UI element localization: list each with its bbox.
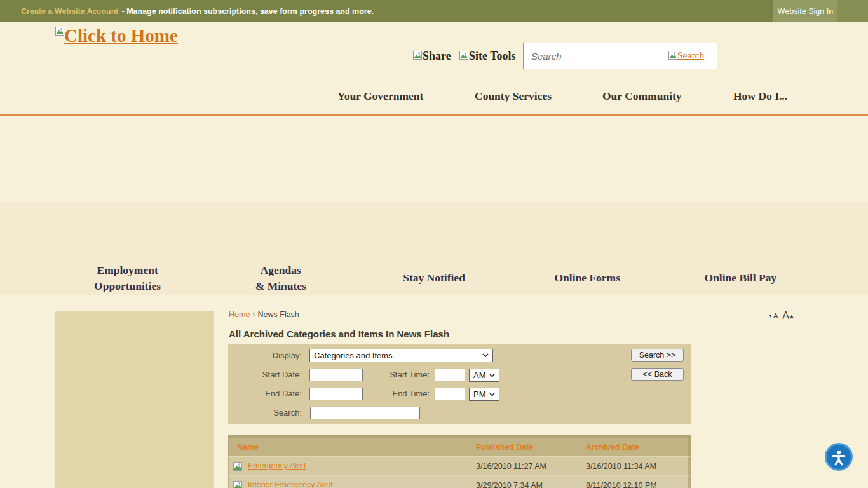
chevron-down-icon (489, 393, 495, 396)
chevron-down-icon (482, 353, 489, 358)
increase-text-size-button[interactable]: A ▲ (778, 310, 794, 322)
quicklink-agendas-minutes[interactable]: Agendas & Minutes (204, 261, 357, 295)
start-time-label: Start Time: (342, 370, 430, 379)
triangle-up-icon: ▲ (789, 313, 794, 319)
increase-text-size-label: A (782, 310, 789, 322)
breadcrumb: Home›News Flash (229, 310, 299, 319)
broken-image-icon (459, 51, 468, 60)
end-time-label: End Time: (342, 389, 430, 398)
end-date-label: End Date: (228, 389, 302, 398)
broken-image-icon (413, 51, 422, 60)
search-submit-link[interactable]: Search (668, 50, 704, 61)
quick-links-band: Employment Opportunities Agendas & Minut… (0, 202, 868, 295)
broken-image-icon (55, 27, 64, 36)
start-meridiem-value: AM (473, 370, 486, 380)
topbar-tagline: - Manage notification subscriptions, sav… (122, 7, 374, 16)
table-row: Interior Emergency Alert 3/29/2010 7:34 … (228, 475, 691, 488)
start-meridiem-select[interactable]: AM (469, 369, 499, 382)
end-meridiem-value: PM (473, 390, 486, 399)
search-link-label: Search (677, 50, 704, 61)
keyword-search-input[interactable] (310, 407, 420, 419)
triangle-down-icon: ▼ (768, 313, 773, 319)
quick-links: Employment Opportunities Agendas & Minut… (51, 261, 817, 295)
text-size-controls: ▼ A A ▲ (768, 310, 794, 322)
nav-our-community[interactable]: Our Community (602, 90, 682, 103)
back-button[interactable]: << Back (631, 368, 684, 381)
home-logo-link[interactable]: Click to Home (55, 25, 178, 46)
table-header-row: Name Published Date Archived Date (228, 435, 691, 456)
site-tools-button[interactable]: Site Tools (459, 50, 516, 63)
end-meridiem-select[interactable]: PM (469, 388, 499, 401)
archived-date-cell: 3/16/2010 11:34 AM (586, 462, 656, 471)
share-button[interactable]: Share (413, 50, 451, 63)
page: Create a Website Account - Manage notifi… (0, 0, 868, 488)
search-button[interactable]: Search >> (631, 349, 684, 362)
nav-how-do-i[interactable]: How Do I... (733, 90, 787, 103)
search-input[interactable] (531, 44, 661, 68)
news-flash-item-link[interactable]: Interior Emergency Alert (248, 480, 333, 488)
quicklink-employment-opportunities[interactable]: Employment Opportunities (51, 261, 204, 295)
accessibility-person-icon (829, 447, 848, 466)
quicklink-online-forms[interactable]: Online Forms (511, 261, 664, 295)
display-select-value: Categories and Items (314, 351, 393, 360)
broken-image-icon (233, 481, 242, 488)
breadcrumb-separator: › (252, 310, 255, 319)
archive-filter-panel: Display: Categories and Items Start Date… (228, 344, 691, 424)
archived-date-cell: 8/11/2010 12:10 PM (586, 481, 657, 488)
top-bar: Create a Website Account - Manage notifi… (0, 0, 868, 22)
create-website-account-link[interactable]: Create a Website Account (21, 7, 119, 16)
website-sign-in-button[interactable]: Website Sign In (773, 0, 837, 22)
broken-image-icon (233, 462, 242, 471)
quicklink-online-bill-pay[interactable]: Online Bill Pay (664, 261, 817, 295)
sort-by-name-link[interactable]: Name (237, 443, 259, 452)
site-tools-label: Site Tools (469, 50, 516, 63)
end-time-input[interactable] (435, 388, 465, 400)
page-title: All Archived Categories and Items In New… (229, 329, 449, 339)
start-time-input[interactable] (435, 369, 465, 381)
sort-by-published-date-link[interactable]: Published Date (476, 443, 533, 452)
logo-alt-text: Click to Home (64, 25, 178, 46)
display-select[interactable]: Categories and Items (309, 349, 493, 362)
archive-results-table: Name Published Date Archived Date Emerge… (228, 435, 691, 488)
site-header: Click to Home Share Site Tools Search Yo… (0, 22, 868, 116)
table-row: Emergency Alert 3/16/2010 11:27 AM 3/16/… (228, 456, 691, 475)
topbar-right-strip (837, 0, 868, 22)
breadcrumb-current: News Flash (258, 310, 299, 319)
sort-by-archived-date-link[interactable]: Archived Date (586, 443, 639, 452)
broken-image-icon (668, 51, 677, 60)
left-sidebar-panel (55, 311, 214, 488)
nav-county-services[interactable]: County Services (475, 90, 552, 103)
breadcrumb-home-link[interactable]: Home (229, 310, 250, 319)
keyword-search-label: Search: (228, 408, 302, 417)
quicklink-stay-notified[interactable]: Stay Notified (357, 261, 510, 295)
chevron-down-icon (489, 374, 495, 377)
news-flash-item-link[interactable]: Emergency Alert (248, 461, 306, 470)
display-label: Display: (228, 351, 302, 360)
topbar-message: Create a Website Account - Manage notifi… (21, 0, 374, 22)
nav-your-government[interactable]: Your Government (337, 90, 423, 103)
accessibility-widget-button[interactable] (825, 443, 853, 471)
published-date-cell: 3/16/2010 11:27 AM (476, 462, 546, 471)
decrease-text-size-button[interactable]: ▼ A (768, 312, 778, 320)
start-date-label: Start Date: (228, 370, 302, 379)
published-date-cell: 3/29/2010 7:34 AM (476, 481, 543, 488)
decrease-text-size-label: A (773, 312, 778, 320)
site-search-box: Search (523, 43, 717, 69)
share-label: Share (423, 50, 451, 63)
